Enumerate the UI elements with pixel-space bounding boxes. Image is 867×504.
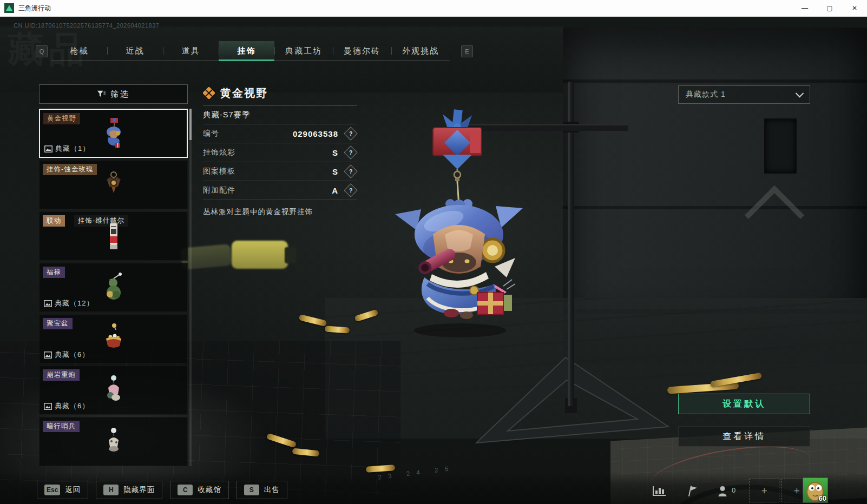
add-slot-button[interactable]: ＋ [749, 479, 779, 502]
style-select-value: 典藏款式 1 [686, 90, 726, 100]
filter-icon [97, 90, 106, 98]
tab-collection-workshop[interactable]: 典藏工坊 [274, 41, 333, 61]
app-logo-icon [4, 3, 14, 13]
row-label: 挂饰炫彩 [203, 148, 235, 157]
list-item-fulu[interactable]: 福禄 典藏（12） [39, 263, 188, 312]
avatar-level-badge: 60 [819, 494, 826, 502]
bullet-decor [298, 314, 327, 327]
style-select[interactable]: 典藏款式 1 [678, 85, 810, 104]
tab-charms[interactable]: 挂饰 [219, 41, 274, 61]
help-icon[interactable]: ? [344, 183, 357, 197]
bottom-bar: Esc 返回 H 隐藏界面 C 收藏馆 S 出售 [0, 472, 867, 504]
tab-prev-key-hint: Q [36, 45, 48, 57]
help-icon[interactable]: ? [344, 164, 357, 178]
hotkey-collection-hall[interactable]: C 收藏馆 [170, 481, 229, 499]
team-button[interactable] [713, 483, 733, 499]
row-value: 029063538 [293, 129, 338, 138]
person-icon [717, 485, 729, 497]
collection-count-label: 典藏（6） [55, 401, 89, 411]
list-item-rockfall-cannon[interactable]: 崩岩重炮 典藏（6） [39, 366, 188, 415]
hotkey-hide-ui[interactable]: H 隐藏界面 [96, 481, 162, 499]
tab-items[interactable]: 道具 [163, 41, 219, 61]
team-count: 0 [732, 486, 735, 494]
stats-button[interactable] [649, 483, 669, 499]
collection-count: 典藏（6） [44, 350, 89, 360]
close-button[interactable]: ✕ [842, 0, 867, 16]
collection-count-label: 典藏（1） [55, 144, 90, 154]
help-glyph: ? [349, 168, 352, 175]
detail-panel: 黄金视野 典藏-S7赛季 编号 029063538 ? 挂饰炫彩 S ? 图案模… [203, 83, 357, 217]
pendant-display-svg [379, 76, 682, 476]
list-item-golden-vision[interactable]: 黄金视野 典藏（1） [39, 109, 188, 158]
collection-icon [44, 300, 52, 307]
flag-icon [687, 485, 699, 498]
game-viewport: 23 24 25 [0, 17, 867, 504]
list-item-shadow-sentinel[interactable]: 暗行哨兵 [39, 417, 188, 466]
row-value: A [332, 186, 338, 195]
item-title: 黄金视野 [220, 86, 268, 101]
collection-icon [44, 145, 52, 152]
row-label: 附加配件 [203, 185, 235, 195]
collection-icon [44, 352, 52, 359]
hotkey-label: 出售 [264, 485, 280, 495]
help-icon[interactable]: ? [344, 145, 357, 159]
tab-label: 外观挑战 [402, 46, 439, 55]
stats-icon [652, 485, 666, 497]
tab-mandel-brick[interactable]: 曼德尔砖 [333, 41, 391, 61]
item-thumbnail [102, 374, 126, 407]
list-item-gilded-rose[interactable]: 挂饰-蚀金玫瑰 [39, 160, 188, 209]
detail-title-row: 黄金视野 [203, 83, 357, 103]
row-label: 编号 [203, 129, 219, 138]
hotkey-group: Esc 返回 H 隐藏界面 C 收藏馆 S 出售 [37, 481, 287, 499]
help-glyph: ? [349, 130, 352, 137]
plus-icon: ＋ [759, 484, 769, 497]
item-tag: 挂饰-蚀金玫瑰 [43, 164, 97, 175]
filter-button[interactable]: 筛选 [39, 84, 188, 104]
window-titlebar: 三角洲行动 — ▢ ✕ [0, 0, 867, 17]
detail-row-charm-finish: 挂饰炫彩 S ? [203, 143, 357, 162]
list-scrollbar[interactable] [189, 109, 192, 466]
hotkey-sell[interactable]: S 出售 [237, 481, 287, 499]
help-glyph: ? [349, 149, 352, 156]
item-tag: 暗行哨兵 [43, 421, 80, 432]
uid-text: CN UID:187061075202576135774_20260402183… [14, 22, 159, 29]
flag-button[interactable] [683, 483, 702, 499]
scrollbar-thumb[interactable] [189, 109, 192, 140]
tab-label: 曼德尔砖 [344, 46, 380, 55]
tab-appearance-challenge[interactable]: 外观挑战 [391, 41, 450, 61]
crate-latch [764, 118, 797, 174]
season-row: 典藏-S7赛季 [203, 105, 357, 124]
view-details-button[interactable]: 查看详情 [678, 426, 810, 447]
set-default-button[interactable]: 设置默认 [678, 394, 810, 414]
item-thumbnail [102, 117, 126, 150]
list-item-treasure-bowl[interactable]: 聚宝盆 典藏（6） [39, 314, 188, 363]
list-item-vishdel[interactable]: 联动 挂饰-维什戴尔 [39, 211, 188, 261]
tab-label: 近战 [126, 46, 144, 55]
hotkey-label: 隐藏界面 [123, 485, 155, 495]
item-thumbnail [102, 322, 126, 356]
rarity-diamond-icon [203, 87, 215, 99]
hotkey-return[interactable]: Esc 返回 [37, 481, 88, 499]
hotkey-label: 收藏馆 [198, 485, 221, 495]
collection-count-label: 典藏（12） [55, 299, 94, 308]
key-badge: S [244, 485, 259, 495]
row-label: 图案模板 [203, 167, 235, 176]
maximize-button[interactable]: ▢ [817, 0, 842, 16]
detail-row-attachment: 附加配件 A ? [203, 181, 357, 200]
collection-count: 典藏（12） [44, 299, 94, 308]
row-value: S [332, 167, 338, 176]
player-avatar[interactable]: 60 [803, 478, 828, 503]
help-icon[interactable]: ? [344, 127, 357, 140]
minimize-button[interactable]: — [792, 0, 817, 16]
tab-melee[interactable]: 近战 [107, 41, 163, 61]
key-badge: Esc [44, 485, 60, 495]
tab-guns[interactable]: 枪械 [51, 41, 107, 61]
filter-label: 筛选 [110, 89, 130, 100]
item-tag: 黄金视野 [43, 113, 80, 124]
collection-count: 典藏（6） [44, 401, 89, 411]
detail-row-pattern-template: 图案模板 S ? [203, 162, 357, 181]
tab-label: 挂饰 [238, 46, 256, 55]
canister-decor [232, 241, 288, 269]
window-title: 三角洲行动 [18, 4, 51, 13]
item-tag: 聚宝盆 [43, 318, 73, 329]
